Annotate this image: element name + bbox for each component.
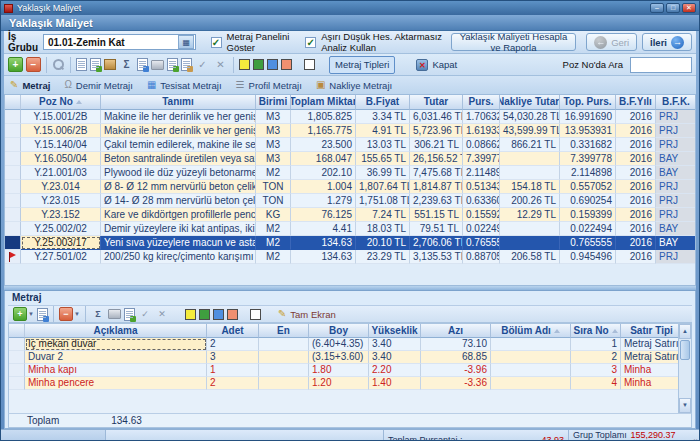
cell-bfk[interactable]: BAY bbox=[656, 166, 696, 180]
metraj-color-yellow-icon[interactable] bbox=[185, 309, 196, 320]
metraj-refresh-icon[interactable] bbox=[124, 308, 135, 321]
cell-aciklama[interactable]: Duvar 2 bbox=[25, 351, 207, 364]
cell-bfk[interactable]: PRJ bbox=[656, 208, 696, 222]
cell-yil[interactable]: 2016 bbox=[616, 194, 656, 208]
cell-miktar[interactable]: 168.047 bbox=[291, 152, 356, 166]
cell-poz[interactable]: Y.23.015 bbox=[21, 194, 101, 208]
color-yellow-icon[interactable] bbox=[239, 59, 250, 70]
cell-tanim[interactable]: Demir yüzeylere iki kat antipas, iki kat… bbox=[101, 222, 256, 236]
cell-toppurs[interactable]: 16.991690 bbox=[560, 110, 616, 124]
column-header-nakliye[interactable]: Nakliye Tutarı bbox=[500, 95, 560, 110]
cell-yil[interactable]: 2016 bbox=[616, 110, 656, 124]
column-header-tutar[interactable]: Tutar bbox=[410, 95, 463, 110]
cell-miktar[interactable]: 202.10 bbox=[291, 166, 356, 180]
cell-boy[interactable]: 1.20 bbox=[309, 377, 369, 390]
cell-tutar[interactable]: 306.21 TL bbox=[410, 138, 463, 152]
cell-tip[interactable]: Minha bbox=[621, 364, 678, 377]
cell-bfiyat[interactable]: 23.29 TL bbox=[356, 250, 410, 264]
cell-tanim[interactable]: 200/250 kg kireç/çimento karışımı kaba v… bbox=[101, 250, 256, 264]
cell-sira[interactable]: 4 bbox=[571, 377, 621, 390]
cell-sira[interactable]: 2 bbox=[571, 351, 621, 364]
cell-purs[interactable]: 0.765555 bbox=[463, 236, 500, 250]
cell-bfk[interactable]: PRJ bbox=[656, 194, 696, 208]
cell-poz[interactable]: Y.25.002/02 bbox=[21, 222, 101, 236]
color-white-icon[interactable] bbox=[304, 59, 315, 70]
cell-toppurs[interactable]: 0.557052 bbox=[560, 180, 616, 194]
tab-metraj[interactable]: ✎ Metraj bbox=[10, 80, 50, 91]
color-blue-icon[interactable] bbox=[267, 59, 278, 70]
cell-yukseklik[interactable]: 3.40 bbox=[369, 338, 421, 351]
cell-tanim[interactable]: Ø 14- Ø 28 mm nervürlü beton çelik çubuğ bbox=[101, 194, 256, 208]
cell-poz[interactable]: Y.23.014 bbox=[21, 180, 101, 194]
cell-poz[interactable]: Y.23.152 bbox=[21, 208, 101, 222]
scroll-down-icon[interactable]: ▼ bbox=[679, 398, 691, 413]
cell-toppurs[interactable]: 13.953931 bbox=[560, 124, 616, 138]
delete-row-icon[interactable]: − bbox=[26, 57, 41, 72]
cell-yil[interactable]: 2016 bbox=[616, 138, 656, 152]
cell-tutar[interactable]: 1,814.87 TL bbox=[410, 180, 463, 194]
cell-toppurs[interactable]: 0.765555 bbox=[560, 236, 616, 250]
column-header-boy[interactable]: Boy bbox=[309, 324, 369, 338]
cell-birim[interactable]: TON bbox=[256, 194, 291, 208]
cell-tutar[interactable]: 5,723.96 TL bbox=[410, 124, 463, 138]
search-icon[interactable] bbox=[52, 58, 65, 71]
cell-toppurs[interactable]: 0.159399 bbox=[560, 208, 616, 222]
cell-bolum[interactable] bbox=[491, 377, 571, 390]
excel-export-icon[interactable] bbox=[167, 58, 178, 71]
table-row[interactable]: Y.25.002/02Demir yüzeylere iki kat antip… bbox=[5, 222, 695, 236]
cell-yil[interactable]: 2016 bbox=[616, 250, 656, 264]
cell-miktar[interactable]: 76.125 bbox=[291, 208, 356, 222]
cell-tanim[interactable]: Makine ile her derinlik ve her genişlikt… bbox=[101, 110, 256, 124]
table-row[interactable]: Minha pencere21.201.40-3.364Minha bbox=[9, 377, 678, 390]
cell-nakliye[interactable]: 206.58 TL bbox=[500, 250, 560, 264]
sum-icon[interactable]: Σ bbox=[119, 57, 134, 72]
cell-yil[interactable]: 2016 bbox=[616, 208, 656, 222]
cell-toppurs[interactable]: 0.945496 bbox=[560, 250, 616, 264]
cell-tanim[interactable]: Makine ile her derinlik ve her genişlikt… bbox=[101, 124, 256, 138]
cell-birim[interactable]: M3 bbox=[256, 138, 291, 152]
cell-toppurs[interactable]: 7.399778 bbox=[560, 152, 616, 166]
metraj-color-white-icon[interactable] bbox=[250, 309, 261, 320]
metraj-print-icon[interactable] bbox=[108, 309, 121, 319]
cell-tutar[interactable]: 7,475.68 TL bbox=[410, 166, 463, 180]
cell-bolum[interactable] bbox=[491, 351, 571, 364]
cell-tutar[interactable]: 3,135.53 TL bbox=[410, 250, 463, 264]
cell-miktar[interactable]: 23.500 bbox=[291, 138, 356, 152]
column-header-yukseklik[interactable]: Yükseklik bbox=[369, 324, 421, 338]
table-row[interactable]: Y.15.006/2BMakine ile her derinlik ve he… bbox=[5, 124, 695, 138]
column-header-poz[interactable]: Poz No bbox=[21, 95, 101, 110]
metraj-color-salmon-icon[interactable] bbox=[227, 309, 238, 320]
cell-bfiyat[interactable]: 20.10 TL bbox=[356, 236, 410, 250]
cell-miktar[interactable]: 1,805.825 bbox=[291, 110, 356, 124]
cell-aciklama[interactable]: Minha pencere bbox=[25, 377, 207, 390]
cell-tutar[interactable]: 551.15 TL bbox=[410, 208, 463, 222]
cell-bfk[interactable]: PRJ bbox=[656, 124, 696, 138]
table-row[interactable]: Y.16.050/04Beton santralinde üretilen ve… bbox=[5, 152, 695, 166]
cell-poz[interactable]: Y.27.501/02 bbox=[21, 250, 101, 264]
confirm-icon[interactable]: ✓ bbox=[195, 57, 210, 72]
cell-en[interactable] bbox=[259, 364, 309, 377]
cell-yil[interactable]: 2016 bbox=[616, 152, 656, 166]
column-header-sira[interactable]: Sıra No bbox=[571, 324, 621, 338]
color-green-icon[interactable] bbox=[253, 59, 264, 70]
cell-bfk[interactable]: BAY bbox=[656, 236, 696, 250]
column-header-bfk[interactable]: B.F.K. bbox=[656, 95, 696, 110]
column-header-adet[interactable]: Adet bbox=[207, 324, 259, 338]
cell-yil[interactable]: 2016 bbox=[616, 222, 656, 236]
cell-adet[interactable]: 2 bbox=[207, 377, 259, 390]
cell-toppurs[interactable]: 0.331682 bbox=[560, 138, 616, 152]
resize-grip[interactable]: .:: bbox=[691, 436, 699, 441]
cell-sira[interactable]: 3 bbox=[571, 364, 621, 377]
column-header-toppurs[interactable]: Top. Purs. bbox=[560, 95, 616, 110]
cell-nakliye[interactable] bbox=[500, 166, 560, 180]
table-row[interactable]: Y.25.003/17Yeni sıva yüzeylere macun ve … bbox=[5, 236, 695, 250]
analiz-kullan-checkbox[interactable]: ✓ bbox=[305, 37, 316, 48]
metraj-paneli-checkbox[interactable]: ✓ bbox=[211, 37, 222, 48]
cell-tanim[interactable]: Plywood ile düz yüzeyli betonarme kalıbı… bbox=[101, 166, 256, 180]
kapat-button[interactable]: ✕ Kapat bbox=[409, 56, 464, 74]
cell-birim[interactable]: M2 bbox=[256, 222, 291, 236]
cell-tanim[interactable]: Ø 8- Ø 12 mm nervürlü beton çelik çubuğu… bbox=[101, 180, 256, 194]
cell-nakliye[interactable]: 43,599.99 TL bbox=[500, 124, 560, 138]
metraj-cancel-icon[interactable]: ✕ bbox=[155, 307, 169, 321]
metraj-confirm-icon[interactable]: ✓ bbox=[138, 307, 152, 321]
